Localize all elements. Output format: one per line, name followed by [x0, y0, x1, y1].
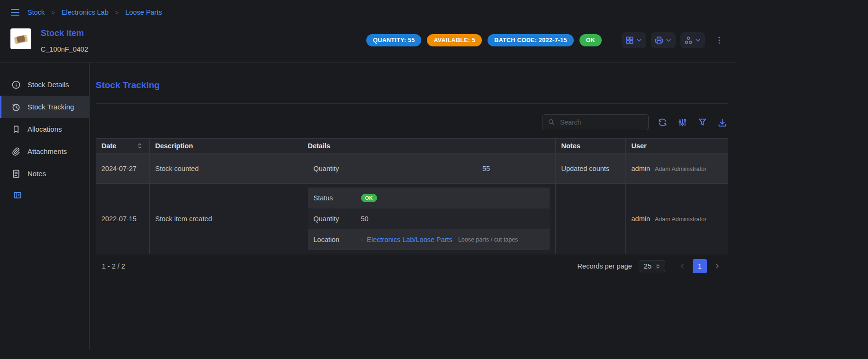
breadcrumb-separator: > — [50, 9, 56, 16]
page-header: Stock Item C_100nF_0402 QUANTITY: 55 AVA… — [0, 25, 737, 63]
more-options-button[interactable] — [713, 34, 726, 47]
sidebar-item-label: Stock Details — [27, 81, 69, 89]
filter-button[interactable] — [696, 117, 708, 128]
detail-row-location: Location - Electronics Lab/Loose Parts L… — [308, 229, 550, 250]
download-button[interactable] — [716, 117, 728, 128]
qr-code-icon — [625, 36, 634, 45]
circles-cluster-icon — [684, 36, 693, 45]
sidebar-item-label: Allocations — [27, 125, 62, 133]
batch-code-badge: BATCH CODE: 2022-7-15 — [488, 34, 573, 46]
sidebar: Stock Details Stock Tracking Allocations… — [0, 63, 90, 350]
dots-vertical-icon — [714, 36, 724, 45]
breadcrumb-item-loose-parts[interactable]: Loose Parts — [126, 9, 162, 16]
cell-user: adminAdam Administrator — [625, 184, 728, 254]
username: admin — [632, 165, 651, 172]
refresh-icon — [658, 117, 668, 127]
search-input[interactable] — [559, 118, 643, 126]
cell-date: 2022-07-15 — [96, 184, 149, 254]
capacitor-image — [14, 35, 27, 43]
search-box — [542, 114, 649, 130]
download-icon — [717, 117, 727, 127]
column-header-notes[interactable]: Notes — [555, 139, 625, 153]
detail-row-quantity: Quantity 55 — [308, 158, 550, 179]
paperclip-icon — [11, 147, 21, 156]
user-full-name: Adam Administrator — [655, 216, 706, 223]
breadcrumb-item-electronics-lab[interactable]: Electronics Lab — [62, 9, 108, 16]
table-row[interactable]: 2024-07-27 Stock counted Quantity 55 — [96, 153, 728, 184]
chevron-down-icon — [665, 36, 672, 44]
quantity-badge: QUANTITY: 55 — [366, 34, 421, 46]
location-prefix: - — [361, 236, 363, 243]
panel-divider — [96, 103, 728, 104]
notes-text: Updated counts — [561, 165, 610, 172]
barcode-actions-button[interactable] — [622, 32, 646, 48]
table-toolbar — [96, 114, 728, 130]
page-subtitle: C_100nF_0402 — [41, 45, 88, 53]
collapse-sidebar-icon — [13, 190, 22, 200]
bookmark-icon — [11, 125, 21, 134]
chevron-down-icon — [694, 36, 702, 44]
cell-date: 2024-07-27 — [96, 153, 149, 184]
cell-details: Status OK Quantity 50 Location — [302, 184, 555, 254]
cell-notes: Updated counts — [555, 153, 625, 184]
detail-label: Quantity — [314, 215, 361, 223]
adjustments-icon — [678, 117, 687, 127]
column-header-date[interactable]: Date — [96, 139, 149, 153]
sidebar-item-stock-tracking[interactable]: Stock Tracking — [0, 96, 89, 118]
search-icon — [548, 118, 555, 126]
table-header-row: Date Description Details Notes User — [96, 139, 728, 153]
page-button-1[interactable]: 1 — [693, 259, 707, 273]
hamburger-menu-icon — [9, 7, 21, 18]
user-full-name: Adam Administrator — [655, 166, 706, 172]
status-ok-badge: OK — [361, 194, 377, 202]
table-footer: 1 - 2 / 2 Records per page 25 — [96, 254, 728, 278]
location-link[interactable]: Electronics Lab/Loose Parts — [367, 236, 452, 243]
location-description: Loose parts / cut tapes — [458, 236, 518, 243]
stock-actions-button[interactable] — [680, 32, 705, 48]
menu-button[interactable] — [9, 6, 22, 19]
table-row[interactable]: 2022-07-15 Stock item created Status OK — [96, 184, 728, 254]
title-block: Stock Item C_100nF_0402 — [41, 28, 88, 53]
next-page-button[interactable] — [713, 261, 722, 271]
breadcrumb-separator: > — [114, 9, 120, 16]
page-title: Stock Item — [41, 28, 88, 38]
sort-icon[interactable] — [136, 142, 144, 150]
refresh-button[interactable] — [657, 117, 669, 128]
breadcrumb: Stock > Electronics Lab > Loose Parts — [0, 0, 737, 25]
sidebar-item-label: Stock Tracking — [27, 103, 74, 111]
history-icon — [11, 102, 21, 112]
cell-description: Stock counted — [149, 153, 302, 184]
chevron-down-icon — [635, 36, 643, 44]
sidebar-item-stock-details[interactable]: Stock Details — [0, 73, 89, 96]
column-header-user[interactable]: User — [625, 139, 728, 153]
stock-item-thumbnail[interactable] — [10, 28, 31, 49]
stock-tracking-table: Date Description Details Notes User — [96, 138, 728, 254]
records-per-page-select[interactable]: 25 — [640, 260, 665, 272]
chevron-right-icon — [714, 262, 721, 270]
detail-value: 50 — [361, 215, 369, 223]
breadcrumb-item-stock[interactable]: Stock — [27, 9, 45, 16]
sidebar-item-notes[interactable]: Notes — [0, 162, 89, 185]
action-dropdowns — [622, 32, 705, 48]
print-actions-button[interactable] — [651, 32, 676, 48]
detail-label: Status — [314, 194, 361, 202]
main-panel: Stock Tracking — [90, 63, 737, 350]
info-circle-icon — [11, 80, 21, 90]
table-columns-button[interactable] — [677, 117, 688, 128]
username: admin — [632, 215, 651, 223]
detail-row-quantity: Quantity 50 — [308, 208, 550, 229]
sidebar-item-label: Notes — [27, 170, 46, 178]
column-header-details[interactable]: Details — [302, 139, 555, 153]
printer-icon — [654, 36, 664, 45]
cell-notes — [555, 184, 625, 254]
sidebar-item-allocations[interactable]: Allocations — [0, 118, 89, 140]
content: Stock Details Stock Tracking Allocations… — [0, 63, 737, 350]
previous-page-button[interactable] — [678, 261, 687, 271]
header-actions: QUANTITY: 55 AVAILABLE: 5 BATCH CODE: 20… — [366, 28, 726, 48]
app-root: Stock > Electronics Lab > Loose Parts St… — [0, 0, 737, 350]
column-header-label: Date — [101, 142, 116, 150]
column-header-description[interactable]: Description — [149, 139, 302, 153]
collapse-sidebar-button[interactable] — [13, 190, 22, 200]
detail-value: 55 — [429, 165, 544, 172]
sidebar-item-attachments[interactable]: Attachments — [0, 140, 89, 162]
